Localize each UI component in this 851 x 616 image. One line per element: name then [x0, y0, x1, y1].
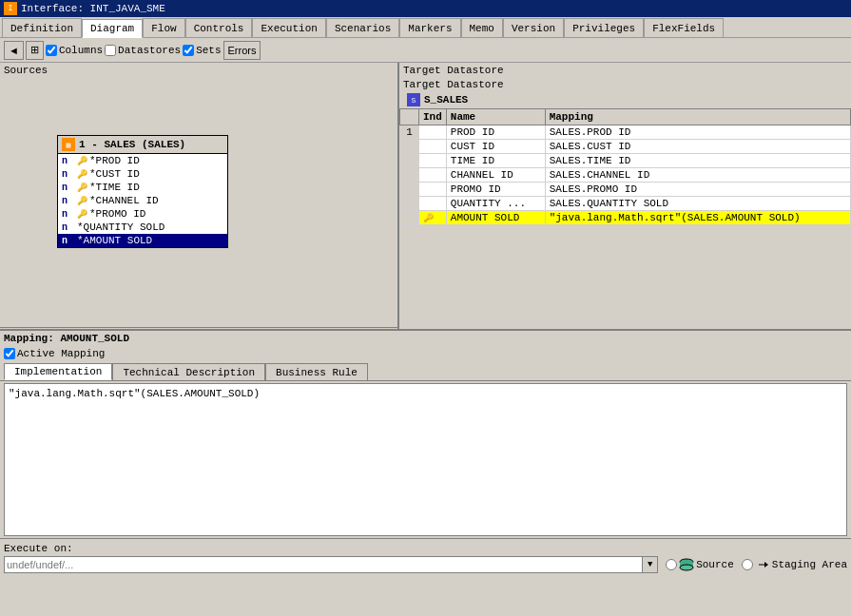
- tab-flow[interactable]: Flow: [143, 18, 184, 37]
- key-icon-cust: 🔑: [77, 169, 87, 180]
- table-row: [400, 197, 419, 211]
- tab-scenarios[interactable]: Scenarios: [326, 18, 399, 37]
- table-row: [400, 211, 419, 225]
- source-field-prod-id[interactable]: n 🔑 *PROD ID: [58, 154, 227, 167]
- source-staging-icon: [679, 557, 694, 572]
- active-mapping-row: Active Mapping: [0, 346, 851, 361]
- source-field-promo-id[interactable]: n 🔑 *PROMO ID: [58, 207, 227, 221]
- field-marker-n3: n: [62, 183, 68, 193]
- source-field-quantity-sold[interactable]: n *QUANTITY SOLD: [58, 221, 227, 234]
- target-label-top: Target Datastore: [399, 63, 851, 78]
- source-radio-label[interactable]: Source: [666, 557, 734, 572]
- field-marker-n: n: [62, 156, 68, 166]
- staging-radio[interactable]: [742, 559, 753, 570]
- key-icon-promo: 🔑: [77, 209, 87, 220]
- target-table-wrapper[interactable]: Ind Name Mapping 1PROD IDSALES.PROD IDCU…: [399, 108, 851, 329]
- table-mapping: SALES.TIME ID: [545, 154, 850, 168]
- datastores-checkbox[interactable]: [105, 45, 116, 56]
- active-mapping-checkbox[interactable]: [4, 348, 15, 359]
- datastores-label: Datastores: [118, 45, 181, 56]
- errors-button[interactable]: Errors: [223, 41, 261, 60]
- table-row: [400, 183, 419, 197]
- table-ind: [419, 168, 447, 183]
- source-table-header: ▦ 1 - SALES (SALES): [58, 136, 227, 154]
- tab-privileges[interactable]: Privileges: [564, 18, 644, 37]
- table-name[interactable]: AMOUNT SOLD: [446, 211, 545, 225]
- tab-execution[interactable]: Execution: [252, 18, 325, 37]
- source-field-cust-id[interactable]: n 🔑 *CUST ID: [58, 167, 227, 181]
- db-icon: [679, 557, 694, 572]
- staging-icon-wrap: [755, 557, 770, 572]
- table-name[interactable]: PROD ID: [446, 125, 545, 140]
- sets-label: Sets: [196, 45, 221, 56]
- source-field-time-id[interactable]: n 🔑 *TIME ID: [58, 181, 227, 194]
- sets-checkbox[interactable]: [183, 45, 194, 56]
- svg-point-2: [680, 565, 693, 570]
- execute-input[interactable]: [4, 556, 643, 573]
- title-text: Interface: INT_JAVA_SME: [21, 3, 165, 14]
- tab-diagram[interactable]: Diagram: [82, 19, 143, 38]
- target-ds-name: S_SALES: [424, 94, 468, 106]
- toolbar-btn-layout[interactable]: ⊞: [26, 41, 44, 60]
- table-name[interactable]: CHANNEL ID: [446, 168, 545, 183]
- mapping-tab-implementation[interactable]: Implementation: [4, 363, 112, 380]
- tab-version[interactable]: Version: [503, 18, 564, 37]
- table-mapping: SALES.CUST ID: [545, 140, 850, 154]
- field-marker-n4: n: [62, 196, 68, 206]
- source-radio[interactable]: [666, 559, 677, 570]
- target-panel: Target Datastore Target Datastore S S_SA…: [399, 63, 851, 329]
- execute-label: Execute on:: [4, 543, 73, 554]
- table-name[interactable]: PROMO ID: [446, 183, 545, 197]
- target-ds-header: S S_SALES: [399, 91, 851, 108]
- table-mapping: SALES.PROD ID: [545, 125, 850, 140]
- sources-h-scrollbar[interactable]: ◄ ►: [0, 327, 397, 329]
- field-marker-n5: n: [62, 209, 68, 220]
- columns-checkbox[interactable]: [46, 45, 57, 56]
- active-mapping-label: Active Mapping: [17, 348, 105, 359]
- field-marker-n7: n: [62, 236, 68, 246]
- tab-controls[interactable]: Controls: [185, 18, 253, 37]
- status-right: Source Staging Area: [666, 557, 847, 572]
- toolbar-btn-back[interactable]: ◄: [4, 41, 24, 60]
- mapping-tab-business[interactable]: Business Rule: [265, 363, 368, 380]
- col-mapping: Mapping: [545, 109, 850, 125]
- source-field-channel-id[interactable]: n 🔑 *CHANNEL ID: [58, 194, 227, 207]
- table-name[interactable]: CUST ID: [446, 140, 545, 154]
- tab-memo[interactable]: Memo: [461, 18, 503, 37]
- staging-radio-label[interactable]: Staging Area: [742, 557, 847, 572]
- sources-label: Sources: [0, 63, 397, 78]
- mapping-title: Mapping: AMOUNT_SOLD: [0, 331, 851, 346]
- execute-dropdown[interactable]: ▼: [643, 556, 658, 573]
- tab-bar: Definition Diagram Flow Controls Executi…: [0, 17, 851, 38]
- table-name[interactable]: TIME ID: [446, 154, 545, 168]
- sets-checkbox-label[interactable]: Sets: [183, 45, 221, 56]
- datastores-checkbox-label[interactable]: Datastores: [105, 45, 181, 56]
- target-table: Ind Name Mapping 1PROD IDSALES.PROD IDCU…: [399, 108, 851, 225]
- mapping-tab-technical[interactable]: Technical Description: [112, 363, 265, 380]
- key-icon-channel: 🔑: [77, 196, 87, 206]
- source-table-name: 1 - SALES (SALES): [79, 139, 185, 150]
- source-table-icon: ▦: [62, 138, 75, 151]
- table-name[interactable]: QUANTITY ...: [446, 197, 545, 211]
- tab-flexfields[interactable]: FlexFields: [644, 18, 724, 37]
- source-field-amount-sold[interactable]: n *AMOUNT SOLD: [58, 234, 227, 247]
- tab-definition[interactable]: Definition: [2, 18, 82, 37]
- table-row: 1: [400, 125, 419, 140]
- columns-checkbox-label[interactable]: Columns: [46, 45, 103, 56]
- field-marker-n2: n: [62, 169, 68, 180]
- sources-canvas[interactable]: ▦ 1 - SALES (SALES) n 🔑 *PROD ID n 🔑 *CU…: [0, 78, 397, 327]
- mapping-tabs: Implementation Technical Description Bus…: [0, 361, 851, 381]
- col-ind: Ind: [419, 109, 447, 125]
- active-mapping-checkbox-label[interactable]: Active Mapping: [4, 348, 105, 359]
- mapping-content[interactable]: "java.lang.Math.sqrt"(SALES.AMOUNT_SOLD): [4, 383, 847, 536]
- table-mapping: SALES.PROMO ID: [545, 183, 850, 197]
- table-ind: 🔑: [419, 211, 447, 225]
- tab-markers[interactable]: Markers: [399, 18, 460, 37]
- source-table-box: ▦ 1 - SALES (SALES) n 🔑 *PROD ID n 🔑 *CU…: [57, 135, 228, 248]
- source-label: Source: [696, 559, 734, 570]
- target-ds-icon: S: [407, 93, 420, 106]
- table-mapping: SALES.QUANTITY SOLD: [545, 197, 850, 211]
- table-mapping: SALES.CHANNEL ID: [545, 168, 850, 183]
- col-name: Name: [446, 109, 545, 125]
- table-ind: [419, 183, 447, 197]
